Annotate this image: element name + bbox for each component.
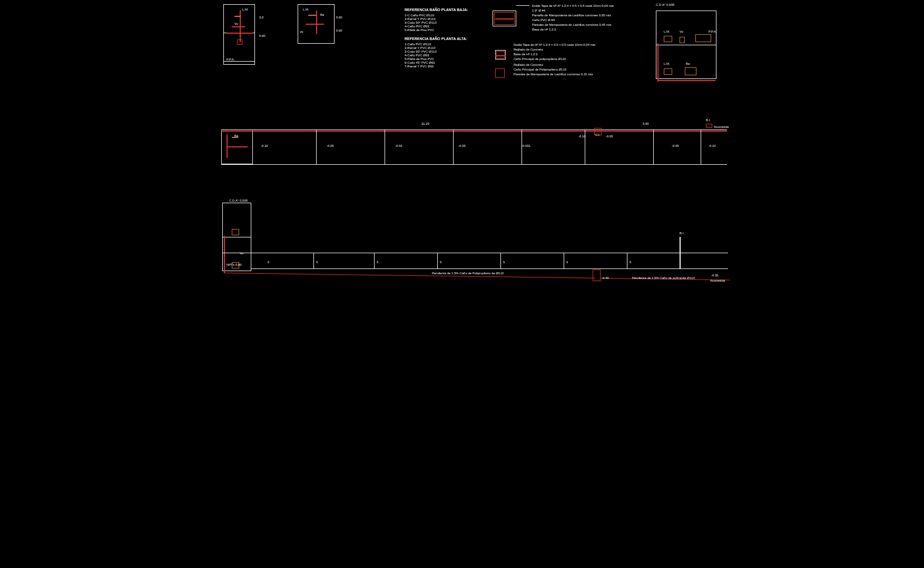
level: -0.03 — [458, 144, 466, 147]
detail-label: 1:3" Ø #4 — [532, 9, 545, 12]
ref-line: 4-Caño PVC Ø63 — [405, 25, 429, 28]
detail-label: Rejilado de Concreto — [514, 63, 543, 66]
ref-line: 6-Codo 45° PVC Ø63 — [405, 61, 435, 64]
detail-label: Base de Hº 1:2:3 — [514, 53, 537, 56]
level: -0.031 — [522, 144, 530, 147]
mark: 5 — [440, 261, 441, 264]
ref-line: 4-Caño PVC Ø63 — [405, 54, 429, 57]
fixture-ba: Ba — [686, 62, 690, 65]
mark: 5 — [503, 261, 505, 264]
level: -0.05 — [672, 144, 679, 147]
ref-title-baja: REFERENCIA BAÑO PLANTA BAJA: — [405, 8, 468, 12]
detail-label: Doble Tapa de Hº Aº 1:2:4 × 0.5 × 0.5 ca… — [532, 4, 614, 7]
dim-label: 0.60 — [336, 16, 342, 19]
detail-label: Base de Hº 1:2:3 — [532, 28, 556, 31]
ref-title-alta: REFERENCIA BAÑO PLANTA ALTA: — [405, 37, 467, 41]
ref-line: 5-Pileta de Piso PVC — [405, 57, 434, 61]
fixture-lm: L.M. — [664, 30, 670, 33]
fixture-ppa: P.P.A. — [709, 30, 716, 33]
fixture-ppa: P.P.A. — [227, 58, 234, 61]
fixture-ba: Ba — [320, 13, 324, 16]
level: -0.05 — [327, 144, 334, 147]
detail-label: Paredes de Mampostería de Ladrillos comú… — [514, 73, 593, 76]
ref-line: 1-C Caño PVC Ø110 — [405, 14, 434, 17]
detail-label: Pantalla de Mampostería de Ladrillos com… — [532, 14, 611, 17]
mark: 5 — [268, 261, 269, 264]
ref-line: 2-Ramal Y PVC Ø110 — [405, 17, 435, 21]
pendiente: Pendiente de 1.5% Caño de Polipropileno … — [432, 272, 504, 275]
level: -0.10 — [709, 144, 716, 147]
level: -0.10 — [578, 135, 586, 138]
level-npt: NPT± 0,00 — [227, 263, 242, 266]
detail-label: Caño PVC Ø #4 — [532, 18, 555, 22]
ref-line: 5-Pileta de Piso PVC — [405, 28, 434, 32]
detail-label: Paredes de Mampostería de Ladrillos comú… — [532, 23, 611, 26]
pendiente: Pendiente de 1.5% Caño de polimedia Ø110 — [632, 276, 695, 280]
fixture-lm: L.M. — [242, 8, 249, 11]
mark: 5 — [566, 261, 568, 264]
fixture-pr: Pr — [300, 31, 303, 34]
total-dim: 31.20 — [421, 122, 429, 125]
level: -0.02 — [395, 144, 402, 147]
ref-line: 3-Codo 90° PVC Ø110 — [405, 50, 437, 53]
level-cda: C.D.A° 0,000 — [656, 3, 674, 6]
acometida: Acometida — [710, 279, 725, 282]
ref-line: 1-Caño PVC Ø110 — [405, 43, 431, 46]
mark: 5 — [316, 261, 318, 264]
level: -0.10 — [261, 144, 268, 147]
ref-line: 2-Ramal Y PVC Ø110 — [405, 46, 435, 49]
detail-label: Doble Tapa de Hº Aº 1:2:4 × 0.5 × 0.5 ca… — [514, 43, 595, 46]
ref-line: 7-Ramal Y PVC Ø63 — [405, 65, 434, 68]
level: -0.05 — [606, 135, 613, 138]
fixture-vo: Vo — [240, 252, 243, 255]
mark: 5 — [630, 261, 631, 264]
ref-line: 3-Codo 90° PVC Ø110 — [405, 21, 437, 24]
fixture-bi: B.I. — [680, 232, 684, 235]
fixture-bi: B.I. — [706, 118, 711, 122]
fixture-lm: L.M. — [303, 8, 309, 11]
detail-label: Rejilado de Concreto — [514, 48, 543, 51]
detail-label: Caño Principal de polipropileno Ø110 — [514, 57, 566, 61]
dim-label: 3.0 — [259, 16, 263, 19]
fixture-vo: Vo — [234, 22, 238, 25]
seg-dim: 5.00 — [643, 122, 649, 125]
acometida: Acometida — [714, 125, 729, 128]
level: -0.40 — [602, 276, 609, 280]
fixture-ba: Ba — [234, 134, 238, 137]
mark: 5 — [377, 261, 378, 264]
dim-label: 0.60 — [259, 34, 266, 37]
dim-label: 0.60 — [336, 29, 342, 32]
detail-label: Caño Principal de Polipropileno Ø110 — [514, 68, 566, 71]
fixture-lm: L.M. — [664, 62, 670, 65]
level: -0.35 — [711, 274, 719, 277]
ci-label: C.I. — [595, 133, 600, 136]
fixture-vo: Vo — [680, 30, 683, 33]
level-cda: C.D.A° 0,000 — [229, 199, 248, 202]
